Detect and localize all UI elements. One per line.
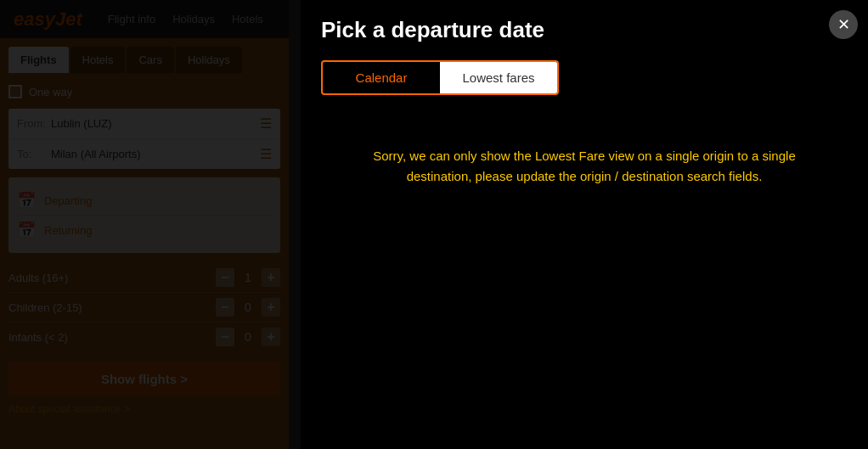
modal-title: Pick a departure date bbox=[321, 17, 848, 43]
modal-tab-calendar[interactable]: Calendar bbox=[323, 62, 440, 93]
modal-panel: Pick a departure date Calendar Lowest fa… bbox=[301, 0, 868, 449]
modal-tabs: Calendar Lowest fares bbox=[321, 60, 559, 95]
modal-tab-lowest-fares[interactable]: Lowest fares bbox=[440, 62, 557, 93]
error-message: Sorry, we can only show the Lowest Fare … bbox=[321, 146, 848, 187]
modal-close-button[interactable]: ✕ bbox=[829, 10, 858, 39]
